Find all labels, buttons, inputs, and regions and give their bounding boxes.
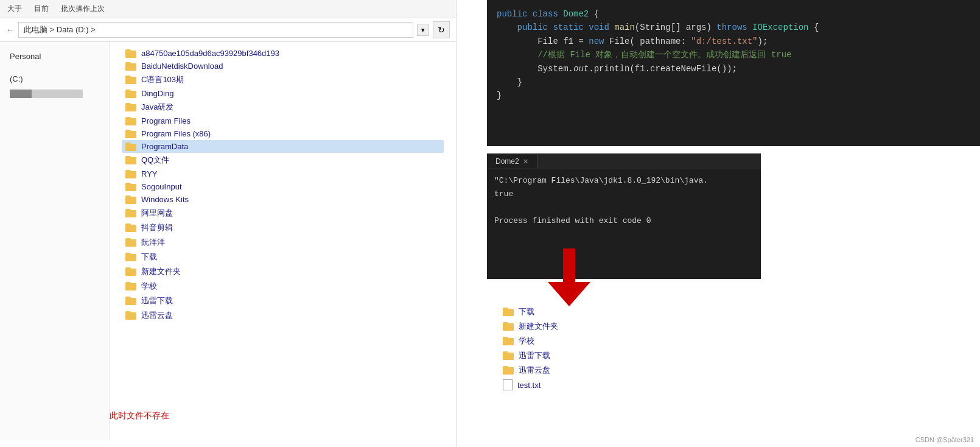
method-main: main bbox=[614, 23, 635, 32]
code-line-2: public static void main(String[] args) t… bbox=[497, 21, 970, 34]
exception-class: IOException bbox=[752, 23, 808, 32]
file-item-11[interactable]: Windows Kits bbox=[122, 193, 444, 206]
folder-icon bbox=[125, 170, 136, 178]
file-item-17[interactable]: 学校 bbox=[122, 279, 444, 294]
file-item-0[interactable]: a84750ae105da9d6ac93929bf346d193 bbox=[122, 47, 444, 60]
address-path[interactable]: 此电脑 > Data (D:) > bbox=[18, 22, 413, 38]
param-label: pathname: bbox=[635, 37, 691, 46]
comment-line: //根据 File 对象，自动创建一个空文件。成功创建后返回 true bbox=[497, 50, 791, 60]
file-name: C语言103期 bbox=[141, 74, 184, 85]
folder-icon bbox=[125, 183, 136, 191]
string-value: "d:/test.txt" bbox=[691, 37, 757, 46]
folder-icon bbox=[125, 282, 136, 290]
file-item-2[interactable]: C语言103期 bbox=[122, 72, 444, 87]
semicolon: ); bbox=[758, 37, 768, 46]
folder-icon bbox=[125, 76, 136, 84]
folder-icon bbox=[503, 351, 514, 360]
terminal-line-2: true bbox=[494, 188, 754, 201]
dropdown-chevron[interactable]: ▾ bbox=[417, 24, 429, 36]
file-item-12[interactable]: 阿里网盘 bbox=[122, 206, 444, 220]
address-bar: ← 此电脑 > Data (D:) > ▾ ↻ bbox=[0, 18, 456, 42]
file-item-14[interactable]: 阮洋洋 bbox=[122, 235, 444, 250]
folder-icon bbox=[125, 117, 136, 125]
back-icon[interactable]: ← bbox=[6, 25, 15, 35]
toolbar: 大手 目前 批次操作上次 bbox=[0, 0, 456, 18]
file-name: 阮洋洋 bbox=[141, 237, 165, 248]
toolbar-item-2[interactable]: 目前 bbox=[34, 4, 49, 14]
right-file-item-2[interactable]: 学校 bbox=[499, 334, 682, 348]
file-item-6[interactable]: Program Files (x86) bbox=[122, 127, 444, 140]
file-item-1[interactable]: BaiduNetdiskDownload bbox=[122, 60, 444, 72]
file-item-18[interactable]: 迅雷下载 bbox=[122, 294, 444, 308]
folder-icon bbox=[125, 311, 136, 320]
brace-open: { bbox=[589, 9, 599, 19]
code-line-4: //根据 File 对象，自动创建一个空文件。成功创建后返回 true bbox=[497, 48, 970, 62]
indent bbox=[497, 23, 517, 32]
file-item-13[interactable]: 抖音剪辑 bbox=[122, 220, 444, 235]
folder-icon bbox=[125, 103, 136, 111]
refresh-button[interactable]: ↻ bbox=[433, 21, 450, 38]
terminal-line-1: "C:\Program Files\Java\jdk1.8.0_192\bin\… bbox=[494, 174, 754, 188]
drive-bar-track bbox=[10, 90, 83, 98]
right-file-list: 下载 新建文件夹 学校 迅雷下载 迅雷云盘 test.txt bbox=[499, 304, 682, 392]
down-arrow bbox=[533, 248, 606, 309]
right-file-item-4[interactable]: 迅雷云盘 bbox=[499, 363, 682, 378]
file-item-16[interactable]: 新建文件夹 bbox=[122, 264, 444, 279]
file-name: 新建文件夹 bbox=[141, 266, 181, 277]
terminal-output: "C:\Program Files\Java\jdk1.8.0_192\bin\… bbox=[487, 169, 761, 279]
file-item-3[interactable]: DingDing bbox=[122, 87, 444, 100]
code-line-7: } bbox=[497, 89, 970, 102]
terminal-tab-dome2[interactable]: Dome2 ✕ bbox=[487, 155, 537, 168]
file-name: 阿里网盘 bbox=[141, 208, 173, 219]
right-file-item-5[interactable]: test.txt bbox=[499, 378, 682, 392]
drive-bar-fill bbox=[10, 90, 32, 98]
folder-icon bbox=[125, 253, 136, 261]
file-item-7[interactable]: ProgramData bbox=[122, 140, 444, 153]
folder-icon bbox=[125, 49, 136, 58]
folder-icon bbox=[125, 62, 136, 71]
file-item-4[interactable]: Java研发 bbox=[122, 100, 444, 114]
code-line-1: public class Dome2 { bbox=[497, 7, 970, 21]
code-editor: public class Dome2 { public static void … bbox=[487, 0, 980, 146]
constructor: File( bbox=[609, 37, 635, 46]
file-name: a84750ae105da9d6ac93929bf346d193 bbox=[141, 49, 279, 58]
file-item-8[interactable]: QQ文件 bbox=[122, 153, 444, 167]
right-file-name: test.txt bbox=[517, 381, 541, 390]
sidebar-drive-label[interactable]: (C:) bbox=[5, 71, 104, 87]
folder-icon bbox=[125, 238, 136, 247]
close-tab-icon[interactable]: ✕ bbox=[523, 158, 528, 166]
file-name: RYY bbox=[141, 169, 158, 178]
file-name: 下载 bbox=[141, 252, 157, 262]
folder-icon bbox=[503, 337, 514, 345]
code-content: public class Dome2 { public static void … bbox=[487, 0, 980, 110]
folder-icon bbox=[125, 267, 136, 276]
folder-icon bbox=[125, 143, 136, 151]
path-text: 此电脑 > Data (D:) > bbox=[24, 24, 96, 35]
folder-icon bbox=[125, 90, 136, 98]
file-item-5[interactable]: Program Files bbox=[122, 114, 444, 127]
file-item-9[interactable]: RYY bbox=[122, 167, 444, 180]
toolbar-item-1[interactable]: 大手 bbox=[7, 4, 22, 14]
close-inner-brace: } bbox=[497, 77, 522, 87]
file-name: 迅雷下载 bbox=[141, 295, 173, 306]
file-name: 抖音剪辑 bbox=[141, 222, 173, 233]
file-item-10[interactable]: SogouInput bbox=[122, 180, 444, 193]
file-item-19[interactable]: 迅雷云盘 bbox=[122, 308, 444, 323]
toolbar-item-3[interactable]: 批次操作上次 bbox=[61, 4, 105, 14]
terminal-area: Dome2 ✕ "C:\Program Files\Java\jdk1.8.0_… bbox=[487, 153, 761, 279]
file-name: SogouInput bbox=[141, 182, 182, 191]
file-name: DingDing bbox=[141, 89, 173, 98]
main-content: Personal (C:) a84750ae105da9d6ac93929bf3… bbox=[0, 42, 456, 440]
file-name: QQ文件 bbox=[141, 155, 169, 166]
kw-class: class bbox=[533, 9, 563, 19]
right-file-item-3[interactable]: 迅雷下载 bbox=[499, 348, 682, 363]
right-panel: public class Dome2 { public static void … bbox=[487, 0, 980, 447]
file-item-15[interactable]: 下载 bbox=[122, 250, 444, 264]
folder-icon bbox=[503, 322, 514, 331]
file-explorer-panel: 大手 目前 批次操作上次 ← 此电脑 > Data (D:) > ▾ ↻ Per… bbox=[0, 0, 457, 447]
right-file-item-0[interactable]: 下载 bbox=[499, 304, 682, 319]
close-outer-brace: } bbox=[497, 91, 502, 100]
file-icon bbox=[503, 379, 513, 390]
right-file-item-1[interactable]: 新建文件夹 bbox=[499, 319, 682, 334]
right-file-name: 下载 bbox=[519, 306, 534, 317]
